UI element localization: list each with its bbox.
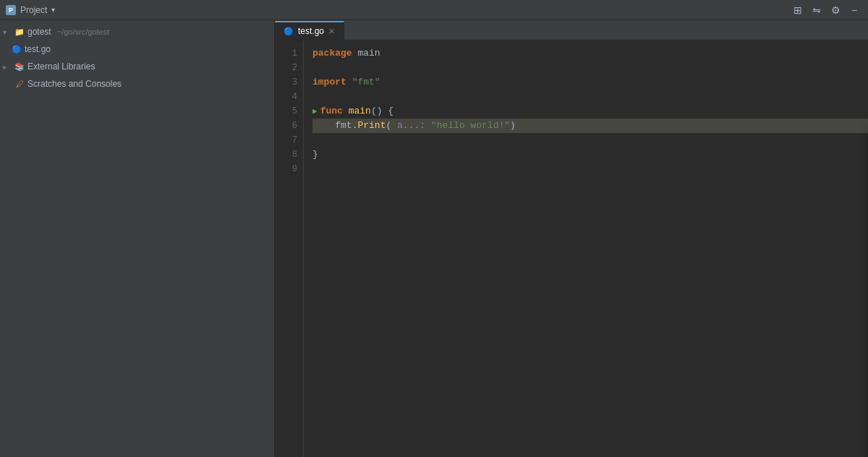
line-num-7: 7	[275, 133, 297, 148]
code-line-4	[312, 90, 868, 104]
code-line-2	[312, 61, 868, 75]
run-gutter-icon[interactable]: ▶	[312, 104, 318, 119]
title-bar-actions: ⊞ ⇋ ⚙ −	[790, 2, 862, 18]
project-dropdown-icon[interactable]: ▾	[51, 6, 55, 14]
editor-tabs: 🔵 test.go ✕	[275, 20, 868, 40]
ext-lib-icon: 📚	[14, 61, 25, 72]
hello-world-str: "hello world!"	[431, 119, 510, 133]
line-num-4: 4	[275, 90, 297, 104]
code-line-8: }	[312, 148, 868, 162]
test-go-label: test.go	[25, 44, 51, 54]
keyword-func: func	[320, 104, 343, 119]
sidebar-item-scratches[interactable]: 🖊 Scratches and Consoles	[0, 75, 274, 93]
code-line-7	[312, 133, 868, 148]
indent-6	[312, 119, 335, 133]
chevron-right-icon: ▸	[3, 63, 12, 71]
tab-file-icon: 🔵	[284, 26, 294, 36]
external-libraries-label: External Libraries	[27, 61, 95, 72]
sidebar-tree: ▾ 📁 gotest ~/go/src/gotest 🔵 test.go ▸ 📚…	[0, 20, 274, 457]
tab-close-button[interactable]: ✕	[328, 27, 335, 36]
project-label-area: P Project ▾	[6, 5, 55, 15]
func-name: main	[349, 104, 371, 119]
line-num-9: 9	[275, 162, 297, 176]
gotest-folder-icon: 📁	[14, 27, 25, 37]
gotest-label: gotest	[27, 27, 51, 37]
go-file-icon: 🔵	[12, 44, 22, 54]
param-label: a...:	[397, 119, 425, 133]
editor-area: 🔵 test.go ✕ 1 2 3 4 5 6 7 8 9 package ma…	[275, 20, 868, 457]
minimize-button[interactable]: −	[846, 2, 862, 18]
tab-label: test.go	[298, 26, 324, 36]
func-print: Print	[357, 119, 386, 133]
chevron-down-icon: ▾	[3, 28, 12, 36]
import-path: "fmt"	[352, 75, 380, 90]
code-line-5: ▶ func main() {	[312, 104, 868, 119]
scratches-icon: 🖊	[14, 79, 25, 89]
line-num-8: 8	[275, 148, 297, 162]
package-name: main	[357, 46, 380, 61]
pkg-fmt: fmt	[335, 119, 352, 133]
line-num-6: 6	[275, 119, 297, 133]
func-parens: () {	[371, 104, 393, 119]
code-line-1: package main	[312, 46, 868, 61]
project-icon: P	[6, 5, 16, 15]
sidebar-item-external-libraries[interactable]: ▸ 📚 External Libraries	[0, 58, 274, 75]
code-editor[interactable]: package main import "fmt" ▶ func main() …	[304, 40, 868, 457]
line-num-3: 3	[275, 75, 297, 90]
project-title: Project	[20, 5, 47, 15]
code-line-9	[312, 162, 868, 176]
main-layout: ▾ 📁 gotest ~/go/src/gotest 🔵 test.go ▸ 📚…	[0, 20, 868, 457]
code-line-3: import "fmt"	[312, 75, 868, 90]
print-args: (	[386, 119, 397, 133]
line-num-1: 1	[275, 46, 297, 61]
line-numbers: 1 2 3 4 5 6 7 8 9	[275, 40, 304, 457]
title-bar: P Project ▾ ⊞ ⇋ ⚙ −	[0, 0, 868, 20]
scroll-from-source-button[interactable]: ⇋	[809, 2, 825, 18]
dot-6: .	[352, 119, 358, 133]
scratches-label: Scratches and Consoles	[27, 79, 122, 89]
add-content-root-button[interactable]: ⊞	[790, 2, 806, 18]
keyword-package: package	[312, 46, 352, 61]
line-num-5: 5	[275, 104, 297, 119]
space-6	[425, 119, 431, 133]
tab-test-go[interactable]: 🔵 test.go ✕	[275, 21, 344, 40]
keyword-import: import	[312, 75, 346, 90]
gotest-path: ~/go/src/gotest	[57, 27, 109, 36]
close-paren: )	[510, 119, 516, 133]
code-line-6: fmt.Print( a...: "hello world!")	[312, 119, 868, 133]
editor-content: 1 2 3 4 5 6 7 8 9 package main import "f…	[275, 40, 868, 457]
sidebar-item-gotest[interactable]: ▾ 📁 gotest ~/go/src/gotest	[0, 23, 274, 40]
line-num-2: 2	[275, 61, 297, 75]
sidebar-item-test-go[interactable]: 🔵 test.go	[0, 40, 274, 58]
gear-button[interactable]: ⚙	[827, 2, 843, 18]
sidebar: ▾ 📁 gotest ~/go/src/gotest 🔵 test.go ▸ 📚…	[0, 20, 275, 457]
closing-brace: }	[312, 148, 318, 162]
